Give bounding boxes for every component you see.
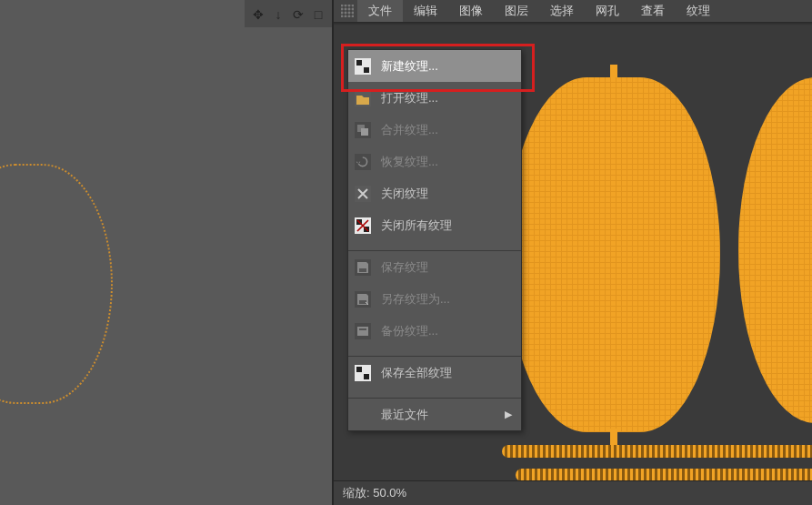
chevron-right-icon: ▶ <box>505 409 512 420</box>
svg-rect-16 <box>359 300 366 304</box>
menu-item-label: 打开纹理... <box>381 90 438 106</box>
menu-save-texture[interactable]: 保存纹理 <box>348 251 521 283</box>
menu-layer[interactable]: 图层 <box>494 0 539 22</box>
restore-texture-icon <box>354 153 372 171</box>
open-texture-icon <box>354 89 372 107</box>
new-texture-icon <box>354 57 372 76</box>
menu-select[interactable]: 选择 <box>539 0 585 22</box>
save-texture-icon <box>354 258 372 277</box>
left-viewport: ✥ ↓ ⟳ □ <box>0 0 334 505</box>
svg-rect-21 <box>356 367 362 372</box>
uv-island-1 <box>506 77 720 432</box>
svg-rect-14 <box>359 268 366 272</box>
menu-item-label: 新建纹理... <box>381 58 438 75</box>
close-texture-icon <box>354 185 372 203</box>
move-icon[interactable]: ✥ <box>250 6 266 23</box>
menu-item-label: 恢复纹理... <box>381 154 438 170</box>
menu-recent-files[interactable]: 最近文件 ▶ <box>348 399 521 430</box>
menu-open-texture[interactable]: 打开纹理... <box>348 82 521 114</box>
zoom-label: 缩放: 50.0% <box>343 485 406 501</box>
svg-rect-7 <box>361 128 368 136</box>
menu-item-label: 最近文件 <box>381 407 428 423</box>
menu-save-all-textures[interactable]: 保存全部纹理 <box>348 357 521 389</box>
uv-canvas[interactable]: 新建纹理... 打开纹理... 合并纹理... <box>334 23 812 480</box>
menu-close-texture[interactable]: 关闭纹理 <box>348 177 521 209</box>
down-arrow-icon[interactable]: ↓ <box>270 6 286 23</box>
menu-mesh[interactable]: 网孔 <box>585 0 630 22</box>
grid-icon[interactable] <box>337 0 357 22</box>
svg-rect-18 <box>357 327 368 336</box>
svg-rect-3 <box>364 67 369 73</box>
viewport-3d[interactable] <box>0 27 332 505</box>
menu-save-texture-as[interactable]: 另存纹理为... <box>348 283 521 315</box>
svg-rect-22 <box>364 374 369 379</box>
merge-texture-icon <box>354 121 372 139</box>
svg-rect-2 <box>356 60 362 66</box>
blank-icon <box>354 406 372 424</box>
uv-island-strip-1 <box>502 445 812 458</box>
uv-island-2 <box>738 77 812 423</box>
menu-item-label: 另存纹理为... <box>381 291 450 308</box>
menu-edit[interactable]: 编辑 <box>403 0 448 22</box>
texture-panel: 文件 编辑 图像 图层 选择 网孔 查看 纹理 新建纹理... <box>334 0 812 505</box>
maximize-icon[interactable]: □ <box>310 6 326 23</box>
menu-new-texture[interactable]: 新建纹理... <box>348 50 521 82</box>
menu-restore-texture[interactable]: 恢复纹理... <box>348 146 521 177</box>
menu-item-label: 关闭纹理 <box>381 186 428 202</box>
close-all-textures-icon <box>354 217 372 235</box>
menu-item-label: 合并纹理... <box>381 122 438 138</box>
statusbar: 缩放: 50.0% <box>334 480 812 505</box>
save-all-icon <box>354 364 372 382</box>
menu-item-label: 保存全部纹理 <box>381 365 452 381</box>
backup-icon <box>354 322 372 340</box>
save-as-icon <box>354 290 372 308</box>
menu-item-label: 保存纹理 <box>381 259 428 276</box>
menu-close-all-textures[interactable]: 关闭所有纹理 <box>348 209 521 241</box>
menu-image[interactable]: 图像 <box>448 0 494 22</box>
svg-rect-19 <box>359 328 366 330</box>
menu-backup-texture[interactable]: 备份纹理... <box>348 315 521 347</box>
menu-view[interactable]: 查看 <box>630 0 676 22</box>
uv-island-strip-2 <box>516 469 812 480</box>
menu-file[interactable]: 文件 <box>357 0 403 22</box>
uv-mesh-preview-arc <box>0 164 113 404</box>
rotate-icon[interactable]: ⟳ <box>290 6 306 23</box>
menubar: 文件 编辑 图像 图层 选择 网孔 查看 纹理 <box>334 0 812 23</box>
file-menu-dropdown: 新建纹理... 打开纹理... 合并纹理... <box>347 49 522 431</box>
left-toolbar: ✥ ↓ ⟳ □ <box>245 0 332 30</box>
menu-item-label: 关闭所有纹理 <box>381 217 452 234</box>
menu-item-label: 备份纹理... <box>381 323 438 339</box>
menu-merge-texture[interactable]: 合并纹理... <box>348 114 521 146</box>
menu-texture[interactable]: 纹理 <box>676 0 721 22</box>
